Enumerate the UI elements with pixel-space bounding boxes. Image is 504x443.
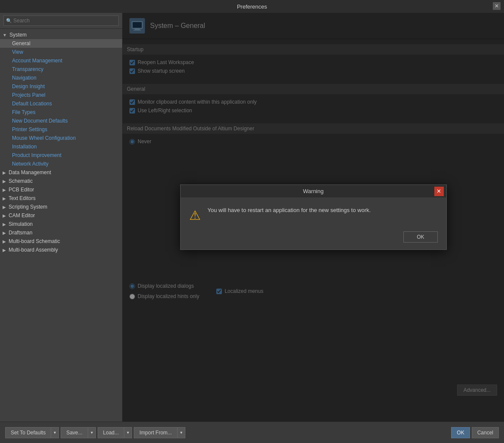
sidebar-item-transparency[interactable]: Transparency (0, 65, 122, 74)
sidebar-item-scripting-system[interactable]: ▶ Scripting System (0, 203, 122, 211)
sidebar-item-multi-board-assembly[interactable]: ▶ Multi-board Assembly (0, 246, 122, 254)
dialog-close-button[interactable]: ✕ (434, 187, 444, 196)
cancel-button[interactable]: Cancel (472, 427, 499, 438)
preferences-window: Preferences ✕ 🔍 ▼ System General (0, 0, 504, 443)
main-content: 🔍 ▼ System General View Account Manageme… (0, 13, 504, 421)
import-from-button[interactable]: Import From... (134, 427, 177, 438)
sidebar-item-label: General (12, 40, 31, 46)
sidebar-item-label: PCB Editor (9, 187, 34, 193)
sidebar-item-label: View (12, 49, 23, 55)
sidebar: 🔍 ▼ System General View Account Manageme… (0, 13, 123, 421)
import-from-arrow-button[interactable]: ▾ (178, 427, 185, 438)
sidebar-item-label: Network Activity (12, 161, 49, 167)
warning-dialog-overlay: Warning ✕ ⚠ You will have to restart an … (123, 13, 504, 421)
dialog-title: Warning (303, 188, 324, 194)
sidebar-item-account-management[interactable]: Account Management (0, 56, 122, 65)
save-group: Save... ▾ (61, 427, 95, 438)
sidebar-item-file-types[interactable]: File Types (0, 108, 122, 117)
sidebar-item-label: CAM Editor (9, 212, 35, 218)
sidebar-item-label: Mouse Wheel Configuration (12, 135, 76, 141)
import-from-group: Import From... ▾ (134, 427, 185, 438)
sidebar-tree: ▼ System General View Account Management… (0, 29, 122, 421)
arrow-icon: ▶ (3, 213, 6, 218)
load-group: Load... ▾ (98, 427, 132, 438)
sidebar-item-simulation[interactable]: ▶ Simulation (0, 220, 122, 228)
sidebar-item-label: Text Editors (9, 195, 36, 201)
arrow-icon: ▶ (3, 231, 6, 235)
sidebar-item-label: Multi-board Schematic (9, 238, 60, 244)
sidebar-item-pcb-editor[interactable]: ▶ PCB Editor (0, 185, 122, 194)
load-arrow-button[interactable]: ▾ (124, 427, 132, 438)
sidebar-item-label: New Document Defaults (12, 118, 68, 124)
warning-icon: ⚠ (189, 208, 201, 223)
sidebar-item-default-locations[interactable]: Default Locations (0, 99, 122, 108)
sidebar-item-cam-editor[interactable]: ▶ CAM Editor (0, 211, 122, 220)
save-button[interactable]: Save... (61, 427, 88, 438)
sidebar-item-label: Account Management (12, 58, 62, 64)
warning-dialog: Warning ✕ ⚠ You will have to restart an … (180, 185, 447, 250)
title-bar: Preferences ✕ (0, 0, 504, 13)
search-input[interactable] (3, 15, 119, 26)
toolbar-left: Set To Defaults ▾ Save... ▾ Load... ▾ Im… (5, 427, 185, 438)
sidebar-item-label: Installation (12, 144, 37, 150)
search-icon: 🔍 (6, 18, 12, 24)
search-box: 🔍 (0, 13, 122, 29)
ok-button[interactable]: OK (451, 427, 470, 438)
sidebar-item-draftsman[interactable]: ▶ Draftsman (0, 228, 122, 237)
arrow-icon: ▶ (3, 170, 6, 175)
sidebar-item-schematic[interactable]: ▶ Schematic (0, 177, 122, 185)
right-panel: System – General Startup Reopen Last Wor… (123, 13, 504, 421)
window-title: Preferences (237, 3, 267, 10)
arrow-icon: ▶ (3, 196, 6, 201)
window-close-button[interactable]: ✕ (493, 2, 501, 10)
sidebar-item-product-improvement[interactable]: Product Improvement (0, 151, 122, 160)
set-to-defaults-group: Set To Defaults ▾ (5, 427, 59, 438)
dialog-body: ⚠ You will have to restart an applicatio… (181, 197, 446, 227)
sidebar-item-label: System (9, 32, 27, 38)
arrow-icon: ▶ (3, 179, 6, 184)
sidebar-item-label: File Types (12, 109, 35, 115)
sidebar-item-installation[interactable]: Installation (0, 142, 122, 151)
sidebar-item-text-editors[interactable]: ▶ Text Editors (0, 194, 122, 203)
arrow-icon: ▼ (3, 33, 7, 37)
sidebar-item-label: Projects Panel (12, 92, 45, 98)
sidebar-item-new-document-defaults[interactable]: New Document Defaults (0, 117, 122, 125)
set-to-defaults-button[interactable]: Set To Defaults (5, 427, 51, 438)
sidebar-item-view[interactable]: View (0, 48, 122, 56)
sidebar-item-label: Printer Settings (12, 126, 47, 132)
load-button[interactable]: Load... (98, 427, 125, 438)
sidebar-item-navigation[interactable]: Navigation (0, 74, 122, 82)
sidebar-item-label: Design Insight (12, 83, 45, 89)
dialog-title-bar: Warning ✕ (181, 185, 446, 197)
sidebar-item-label: Default Locations (12, 101, 52, 107)
sidebar-item-printer-settings[interactable]: Printer Settings (0, 125, 122, 134)
sidebar-item-mouse-wheel-configuration[interactable]: Mouse Wheel Configuration (0, 134, 122, 142)
dialog-message: You will have to restart an application … (208, 206, 371, 215)
arrow-icon: ▶ (3, 188, 6, 192)
arrow-icon: ▶ (3, 248, 6, 252)
arrow-icon: ▶ (3, 239, 6, 244)
sidebar-item-general[interactable]: General (0, 39, 122, 48)
sidebar-item-design-insight[interactable]: Design Insight (0, 82, 122, 91)
search-wrapper: 🔍 (3, 15, 119, 26)
sidebar-item-multi-board-schematic[interactable]: ▶ Multi-board Schematic (0, 237, 122, 246)
sidebar-item-network-activity[interactable]: Network Activity (0, 160, 122, 168)
dialog-footer: OK (181, 227, 446, 249)
sidebar-item-label: Navigation (12, 75, 37, 81)
set-to-defaults-arrow-button[interactable]: ▾ (51, 427, 59, 438)
sidebar-item-projects-panel[interactable]: Projects Panel (0, 91, 122, 99)
sidebar-item-system[interactable]: ▼ System (0, 31, 122, 39)
sidebar-item-label: Multi-board Assembly (9, 247, 58, 253)
sidebar-item-data-management[interactable]: ▶ Data Management (0, 168, 122, 177)
sidebar-item-label: Schematic (9, 178, 33, 184)
arrow-icon: ▶ (3, 205, 6, 209)
sidebar-item-label: Draftsman (9, 230, 32, 236)
bottom-toolbar: Set To Defaults ▾ Save... ▾ Load... ▾ Im… (0, 421, 504, 443)
toolbar-right: OK Cancel (451, 427, 499, 438)
arrow-icon: ▶ (3, 222, 6, 227)
sidebar-item-label: Transparency (12, 66, 43, 72)
dialog-ok-button[interactable]: OK (403, 231, 437, 243)
save-arrow-button[interactable]: ▾ (88, 427, 96, 438)
sidebar-item-label: Simulation (9, 221, 33, 227)
sidebar-item-label: Data Management (9, 169, 51, 175)
